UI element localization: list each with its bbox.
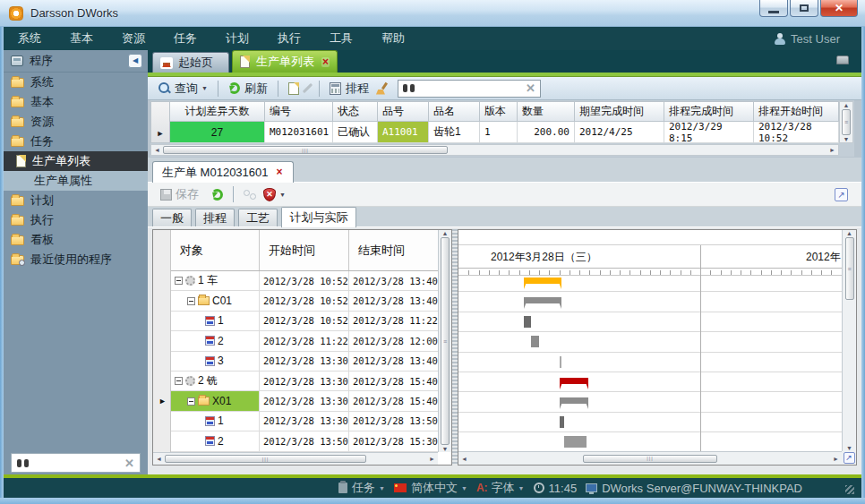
menu-system[interactable]: 系统 [4,30,56,47]
col-item-name[interactable]: 品名 [429,101,480,122]
tab-general[interactable]: 一般 [152,209,192,226]
scroll-down-icon[interactable]: ▼ [844,445,855,451]
collapse-icon[interactable] [175,277,183,285]
col-qty[interactable]: 数量 [518,101,575,122]
sidebar-item-plan[interactable]: 计划 [4,191,148,210]
col-sched-start[interactable]: 排程开始时间 [754,101,839,122]
tree-vertical-scrollbar[interactable]: ▲ ≡ ▼ [438,230,451,452]
minimize-button[interactable] [759,0,788,17]
cell-code[interactable]: M012031601 [265,122,333,143]
clear-search-icon[interactable]: ✕ [124,457,134,470]
tab-production-order-list[interactable]: 生产单列表 × [232,50,338,73]
cell-expected-finish[interactable]: 2012/4/25 [575,122,664,143]
tab-process[interactable]: 工艺 [238,209,278,226]
col-expected-finish[interactable]: 期望完成时间 [575,101,664,122]
gantt-bar-summary[interactable] [524,297,561,303]
tree-row-machine-1[interactable]: 1 车 2012/3/28 10:52 2012/3/28 13:40 [171,271,438,291]
tree-horizontal-scrollbar[interactable]: ◄ ||| ► [153,452,438,465]
cell-sched-start[interactable]: 2012/3/28 10:52 [754,122,839,143]
relation-button[interactable] [244,189,256,200]
col-code[interactable]: 编号 [265,101,333,122]
menu-basic[interactable]: 基本 [56,30,107,47]
gantt-vertical-scrollbar[interactable]: ▲ ≡ ▼ [842,230,856,451]
gantt-bar-summary[interactable] [524,278,561,284]
tree-col-object[interactable]: 对象 [171,230,260,270]
col-version[interactable]: 版本 [480,101,518,122]
tab-schedule[interactable]: 排程 [195,209,235,226]
grid-vertical-scrollbar[interactable]: ▲ ≡ ▼ [839,101,853,143]
col-sched-finish[interactable]: 排程完成时间 [664,101,754,122]
gantt-horizontal-scrollbar[interactable]: ◄ ||| ► [458,451,842,465]
scroll-left-icon[interactable]: ◄ [153,456,165,462]
refresh-button[interactable]: 刷新 [228,81,268,97]
row-selector-column[interactable]: ► [150,101,170,143]
scroll-down-icon[interactable]: ▼ [440,446,451,452]
tree-col-start[interactable]: 开始时间 [260,230,349,270]
cell-item-no[interactable]: A11001 [378,122,429,143]
cell-version[interactable]: 1 [480,122,518,143]
save-button[interactable]: 保存 [160,186,199,202]
scroll-left-icon[interactable]: ◄ [151,147,163,153]
col-status[interactable]: 状态 [333,101,378,122]
scrollbar-thumb[interactable]: ||| [163,146,448,154]
sidebar-item-system[interactable]: 系统 [4,73,148,92]
current-user[interactable]: Test User [775,32,840,46]
tree-row-c01[interactable]: C01 2012/3/28 10:52 2012/3/28 13:40 [171,291,438,311]
collapse-icon[interactable] [187,297,195,305]
chevron-down-icon[interactable]: ▼ [279,192,286,198]
scroll-down-icon[interactable]: ▼ [841,136,852,142]
sidebar-item-production-order-properties[interactable]: 生产单属性 [4,171,148,191]
chevron-down-icon[interactable]: ▼ [518,485,525,491]
resize-grip[interactable] [845,485,854,494]
chevron-down-icon[interactable]: ▼ [201,85,208,91]
query-button[interactable]: 查询 ▼ [158,81,208,97]
scroll-up-icon[interactable]: ▲ [841,102,852,108]
scrollbar-thumb[interactable]: ||| [583,455,717,463]
gantt-bar-task[interactable] [560,356,562,368]
menu-plan[interactable]: 计划 [211,30,263,47]
refresh-detail-button[interactable] [211,189,223,201]
sidebar-item-production-order-list[interactable]: 生产单列表 [4,151,148,171]
clear-filter-icon[interactable]: ✕ [526,81,535,95]
close-button[interactable]: ✕ [820,0,858,17]
col-plan-diff-days[interactable]: 计划差异天数 [170,101,265,122]
scroll-up-icon[interactable]: ▲ [440,230,451,236]
scroll-right-icon[interactable]: ► [830,456,842,462]
sidebar-item-resource[interactable]: 资源 [4,112,148,132]
chevron-down-icon[interactable]: ▼ [379,485,385,491]
sidebar-item-recent-programs[interactable]: 最近使用的程序 [4,250,148,269]
tab-close-icon[interactable]: × [321,57,330,67]
grid-horizontal-scrollbar[interactable]: ◄ ||| ► [150,144,839,156]
tab-production-order-detail[interactable]: 生产单 M012031601 × [152,161,294,183]
tree-row-task[interactable]: 1 2012/3/28 13:30 2012/3/28 13:50 [171,412,438,431]
maximize-button[interactable] [790,0,818,17]
sidebar-item-task[interactable]: 任务 [4,132,148,151]
gantt-bar-task[interactable] [524,316,531,328]
collapse-icon[interactable] [175,377,183,385]
menu-execute[interactable]: 执行 [263,30,315,47]
tree-row-x01-selected[interactable]: X01 2012/3/28 13:30 2012/3/28 15:40 [171,391,438,411]
scroll-right-icon[interactable]: ► [826,147,838,153]
cell-plan-diff-days[interactable]: 27 [170,122,265,143]
status-language-menu[interactable]: 简体中文 ▼ [394,480,467,496]
sidebar-item-kanban[interactable]: 看板 [4,230,148,250]
menu-task[interactable]: 任务 [159,30,211,47]
cell-qty[interactable]: 200.00 [518,122,575,143]
collapse-icon[interactable] [187,397,195,406]
menu-resource[interactable]: 资源 [107,30,159,47]
tree-row-task[interactable]: 1 2012/3/28 10:52 2012/3/28 11:22 [171,312,438,331]
cell-status[interactable]: 已确认 [333,122,378,143]
tree-row-task[interactable]: 2 2012/3/28 13:50 2012/3/28 15:30 [171,431,438,451]
sidebar-item-execute[interactable]: 执行 [4,210,148,230]
cell-item-name[interactable]: 齿轮1 [429,122,480,143]
tab-start-page[interactable]: 起始页 [152,52,229,73]
pin-window-icon[interactable] [836,56,849,64]
gantt-popout-button[interactable]: ↗ [842,451,856,465]
schedule-button[interactable]: 排程 [330,81,369,97]
gantt-bar-summary[interactable] [560,397,589,404]
scroll-left-icon[interactable]: ◄ [458,456,470,462]
gantt-bar-summary[interactable] [560,378,589,384]
status-task-menu[interactable]: 任务 ▼ [338,480,385,496]
tab-plan-vs-actual[interactable]: 计划与实际 [281,207,356,227]
edit-button[interactable] [306,82,309,94]
